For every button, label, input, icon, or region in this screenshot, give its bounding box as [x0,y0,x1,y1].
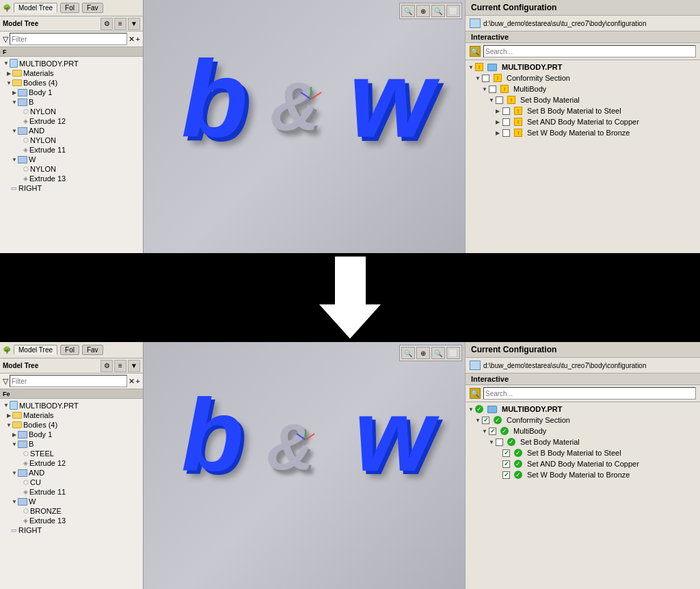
checkbox-set-body-mat[interactable] [496,96,503,104]
bottom-config-item-conformity[interactable]: ▼ ✓ Conformity Section [466,415,700,426]
bottom-tree-view-icon[interactable]: ≡ [114,360,126,372]
checkbox-conformity[interactable] [482,75,489,82]
checkbox-multibody-node[interactable] [489,86,496,93]
bottom-tree-settings-icon[interactable]: ⚙ [100,360,113,372]
bottom-tree-item-extrude11[interactable]: ◈ Extrude 11 [0,487,143,497]
bottom-tree-more-icon[interactable]: ▼ [128,360,140,372]
checkbox-set-w-bronze-bottom[interactable] [502,471,510,479]
expand-tri: ▼ [482,428,487,434]
config-item-set-b-steel[interactable]: ▶ ! Set B Body Material to Steel [466,105,700,116]
checkbox-set-w-bronze[interactable] [502,129,510,137]
bottom-tree-item-steel[interactable]: ⬡ STEEL [0,449,143,458]
filter-input[interactable] [10,33,127,45]
config-label-set-w-bronze: Set W Body Material to Bronze [527,129,630,137]
tree-item-materials[interactable]: ▶ Materials [0,68,143,78]
bottom-tree-item-b[interactable]: ▼ B [0,439,143,449]
top-3d-view: b & w 🔍 ⊕ 🔍 ⬜ [144,0,465,253]
filter-clear-icon[interactable]: ✕ [129,35,135,44]
bottom-filter-input[interactable] [10,375,127,387]
bottom-tree-label-cu: CU [30,478,41,486]
tree-item-bodies[interactable]: ▼ Bodies (4) [0,78,143,88]
tree-label-extrude13: Extrude 13 [29,174,66,183]
tree-label-and: AND [29,127,44,135]
bottom-tree-item-right[interactable]: ▭ RIGHT [0,525,143,535]
config-item-set-body-mat[interactable]: ▼ ! Set Body Material [466,94,700,105]
checkbox-multibody-node-bottom[interactable] [489,428,496,435]
bottom-zoom-in-btn[interactable]: 🔍 [401,347,415,359]
bottom-config-item-set-body-mat[interactable]: ▼ ✓ Set Body Material [466,436,700,447]
zoom-fit-btn[interactable]: ⊕ [416,5,430,17]
bottom-config-item-multibody[interactable]: ▼ ✓ MULTIBODY.PRT [466,404,700,415]
bottom-search-input[interactable] [483,387,696,400]
material-icon: ⬡ [23,108,29,115]
bottom-tab-fol[interactable]: Fol [60,345,79,355]
tree-item-nylon-w[interactable]: ⬡ NYLON [0,164,143,174]
checkbox-set-body-mat-bottom[interactable] [496,439,503,446]
bottom-axes-indicator [294,428,318,454]
bottom-tree-item-multibody[interactable]: ▼ MULTIBODY.PRT [0,400,143,410]
zoom-out-btn[interactable]: 🔍 [431,5,445,17]
tree-item-multibody[interactable]: ▼ MULTIBODY.PRT [0,58,143,68]
bottom-tree-item-extrude13[interactable]: ◈ Extrude 13 [0,516,143,525]
config-item-set-w-bronze[interactable]: ▶ ! Set W Body Material to Bronze [466,127,700,138]
tab-fav[interactable]: Fav [82,3,103,13]
zoom-in-btn[interactable]: 🔍 [401,5,415,17]
tree-item-w[interactable]: ▼ W [0,155,143,164]
checkbox-set-b-steel-bottom[interactable] [502,449,510,457]
bottom-filter-add-icon[interactable]: + [136,377,140,385]
checkbox-conformity-bottom[interactable] [482,417,489,424]
tree-item-and[interactable]: ▼ AND [0,126,143,135]
tree-settings-icon[interactable]: ⚙ [100,18,113,30]
tree-more-icon[interactable]: ▼ [128,18,140,30]
bottom-tree-item-body1[interactable]: ▶ Body 1 [0,430,143,439]
bottom-config-item-set-b-steel[interactable]: ✓ Set B Body Material to Steel [466,447,700,458]
filter-add-icon[interactable]: + [136,35,140,43]
tree-item-right[interactable]: ▭ RIGHT [0,183,143,193]
config-item-multibody-node[interactable]: ▼ ! MultiBody [466,83,700,94]
bottom-tree-item-bronze[interactable]: ⬡ BRONZE [0,506,143,516]
bottom-zoom-out-btn[interactable]: 🔍 [431,347,445,359]
tab-fol[interactable]: Fol [60,3,79,13]
tree-view-icon[interactable]: ≡ [114,18,126,30]
bottom-tree-item-extrude12[interactable]: ◈ Extrude 12 [0,458,143,468]
checkbox-set-and-copper-bottom[interactable] [502,460,510,468]
tree-item-b[interactable]: ▼ B [0,97,143,107]
bottom-config-item-multibody-node[interactable]: ▼ ✓ MultiBody [466,426,700,436]
expand-tri: ▼ [475,417,481,423]
bottom-config-item-set-w-bronze[interactable]: ✓ Set W Body Material to Bronze [466,469,700,480]
bottom-filter-icon: ▽ [3,377,8,386]
svg-line-0 [311,92,321,99]
file-icon [10,59,18,68]
checkbox-set-b-steel[interactable] [502,107,510,115]
tree-item-body1[interactable]: ▶ Body 1 [0,88,143,97]
config-label-set-and-copper: Set AND Body Material to Copper [527,118,639,126]
bottom-zoom-fit-btn[interactable]: ⊕ [416,347,430,359]
config-item-set-and-copper[interactable]: ▶ ! Set AND Body Material to Copper [466,116,700,127]
bottom-config-item-set-and-copper[interactable]: ✓ Set AND Body Material to Copper [466,458,700,469]
tree-label-extrude12: Extrude 12 [29,117,66,125]
tab-model-tree[interactable]: Model Tree [14,3,57,13]
checkbox-set-and-copper[interactable] [502,118,510,126]
top-panel: 🌳 Model Tree Fol Fav Model Tree ⚙ ≡ ▼ ▽ … [0,0,700,253]
tree-item-nylon-b[interactable]: ⬡ NYLON [0,107,143,116]
expand-icon: ▼ [11,441,18,447]
bottom-tab-model-tree[interactable]: Model Tree [14,345,57,355]
bottom-tab-fav[interactable]: Fav [82,345,103,355]
view-options-btn[interactable]: ⬜ [446,5,460,17]
bottom-tree-item-materials[interactable]: ▶ Materials [0,410,143,420]
config-item-multibody[interactable]: ▼ ! MULTIBODY.PRT [466,62,700,73]
tree-item-extrude11[interactable]: ◈ Extrude 11 [0,145,143,155]
tree-item-extrude12[interactable]: ◈ Extrude 12 [0,116,143,126]
bottom-tree-item-cu[interactable]: ⬡ CU [0,477,143,487]
bottom-tree-item-bodies[interactable]: ▼ Bodies (4) [0,420,143,430]
top-search-input[interactable] [483,45,696,57]
tree-item-extrude13[interactable]: ◈ Extrude 13 [0,174,143,183]
tree-item-nylon-and[interactable]: ⬡ NYLON [0,135,143,145]
file-icon [10,401,18,410]
bottom-tree-item-w[interactable]: ▼ W [0,497,143,506]
bottom-view-options-btn[interactable]: ⬜ [446,347,460,359]
bottom-tree-item-and[interactable]: ▼ AND [0,468,143,477]
config-item-conformity[interactable]: ▼ ! Conformity Section [466,73,700,83]
view-toolbar-bottom: 🔍 ⊕ 🔍 ⬜ [399,345,462,361]
bottom-filter-clear-icon[interactable]: ✕ [129,377,135,386]
